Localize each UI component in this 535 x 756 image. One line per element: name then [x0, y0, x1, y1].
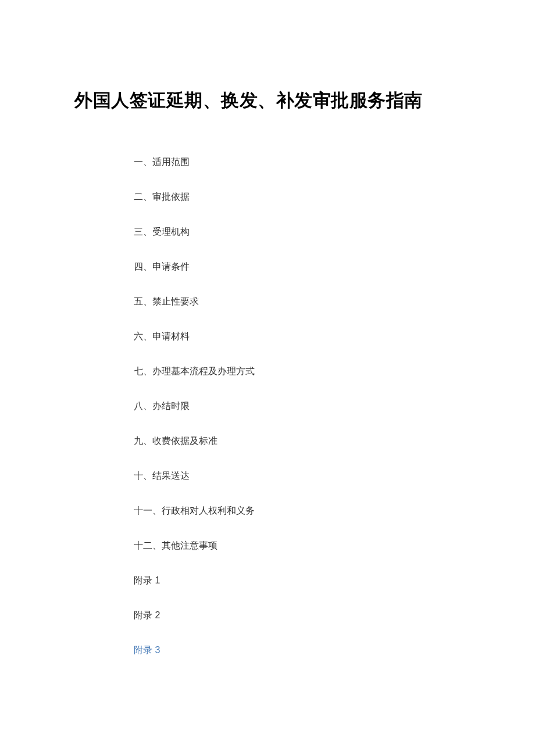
- toc-item-9[interactable]: 九、收费依据及标准: [134, 434, 461, 448]
- toc-item-2[interactable]: 二、审批依据: [134, 190, 461, 204]
- toc-item-1[interactable]: 一、适用范围: [134, 155, 461, 169]
- toc-item-3[interactable]: 三、受理机构: [134, 225, 461, 239]
- toc-item-7[interactable]: 七、办理基本流程及办理方式: [134, 364, 461, 378]
- toc-appendix-1[interactable]: 附录 1: [134, 574, 461, 587]
- toc-item-11[interactable]: 十一、行政相对人权利和义务: [134, 504, 461, 518]
- document-title: 外国人签证延期、换发、补发审批服务指南: [74, 76, 461, 126]
- toc-item-8[interactable]: 八、办结时限: [134, 399, 461, 413]
- toc-appendix-2[interactable]: 附录 2: [134, 608, 461, 622]
- toc-appendix-3[interactable]: 附录 3: [134, 643, 461, 657]
- toc-item-4[interactable]: 四、申请条件: [134, 260, 461, 274]
- toc-item-12[interactable]: 十二、其他注意事项: [134, 539, 461, 553]
- toc-item-5[interactable]: 五、禁止性要求: [134, 295, 461, 309]
- toc-item-6[interactable]: 六、申请材料: [134, 329, 461, 343]
- toc-item-10[interactable]: 十、结果送达: [134, 469, 461, 483]
- table-of-contents: 一、适用范围 二、审批依据 三、受理机构 四、申请条件 五、禁止性要求 六、申请…: [74, 155, 461, 657]
